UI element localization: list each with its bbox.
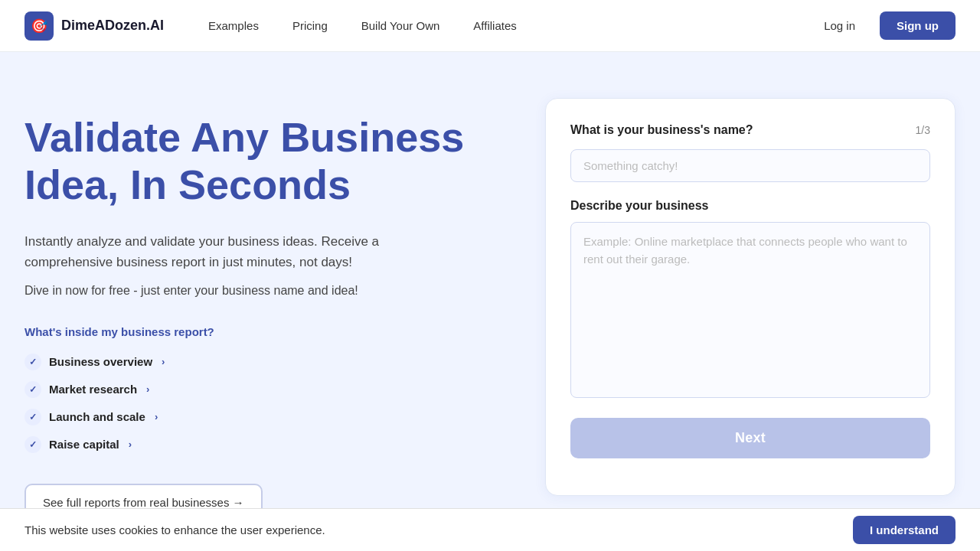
check-icon-4: ✓ — [24, 436, 41, 453]
left-panel: Validate Any Business Idea, In Seconds I… — [24, 98, 514, 521]
hero-dive-text: Dive in now for free - just enter your b… — [24, 284, 514, 298]
step-indicator: 1/3 — [916, 124, 930, 136]
logo-icon: 🎯 — [24, 11, 54, 41]
hero-heading-bold: In Seconds — [130, 161, 351, 207]
chevron-icon-1: › — [162, 356, 165, 367]
understand-button[interactable]: I understand — [853, 516, 956, 544]
hero-subtext: Instantly analyze and validate your busi… — [24, 231, 469, 272]
describe-label: Describe your business — [570, 199, 930, 213]
check-icon-3: ✓ — [24, 409, 41, 425]
report-item-launch-scale: ✓ Launch and scale › — [24, 409, 514, 425]
hero-heading-line2-normal: Idea, — [24, 161, 130, 207]
hero-heading-line1: Validate Any Business — [24, 114, 464, 160]
report-item-label-4: Raise capital — [49, 438, 119, 451]
report-item-business-overview: ✓ Business overview › — [24, 354, 514, 370]
nav-examples[interactable]: Examples — [194, 13, 273, 38]
business-name-input[interactable] — [570, 149, 930, 182]
nav-links: Examples Pricing Build Your Own Affiliat… — [194, 13, 812, 38]
navbar: 🎯 DimeADozen.AI Examples Pricing Build Y… — [0, 0, 980, 52]
check-icon-2: ✓ — [24, 381, 41, 398]
main-content: Validate Any Business Idea, In Seconds I… — [0, 52, 980, 551]
nav-right: Log in Sign up — [812, 11, 956, 40]
next-button[interactable]: Next — [570, 418, 930, 458]
login-button[interactable]: Log in — [812, 13, 867, 38]
business-form-panel: What is your business's name? 1/3 Descri… — [545, 98, 956, 496]
chevron-icon-4: › — [129, 439, 132, 450]
business-name-label: What is your business's name? — [570, 123, 753, 137]
report-item-market-research: ✓ Market research › — [24, 381, 514, 398]
report-item-label-2: Market research — [49, 383, 137, 396]
report-item-raise-capital: ✓ Raise capital › — [24, 436, 514, 453]
cookie-text: This website uses cookies to enhance the… — [24, 523, 325, 536]
signup-button[interactable]: Sign up — [880, 11, 956, 40]
report-item-label-1: Business overview — [49, 355, 152, 368]
logo-text: DimeADozen.AI — [61, 18, 164, 34]
logo[interactable]: 🎯 DimeADozen.AI — [24, 11, 164, 41]
chevron-icon-2: › — [146, 383, 149, 395]
nav-affiliates[interactable]: Affiliates — [459, 13, 530, 38]
describe-textarea[interactable] — [570, 222, 930, 398]
nav-pricing[interactable]: Pricing — [279, 13, 341, 38]
nav-build-your-own[interactable]: Build Your Own — [348, 13, 454, 38]
report-item-label-3: Launch and scale — [49, 410, 145, 423]
whats-inside-title: What's inside my business report? — [24, 325, 514, 338]
cookie-banner: This website uses cookies to enhance the… — [0, 508, 980, 551]
form-header: What is your business's name? 1/3 — [570, 123, 930, 137]
hero-heading: Validate Any Business Idea, In Seconds — [24, 113, 514, 208]
report-items-list: ✓ Business overview › ✓ Market research … — [24, 354, 514, 453]
check-icon-1: ✓ — [24, 354, 41, 370]
chevron-icon-3: › — [155, 411, 158, 422]
